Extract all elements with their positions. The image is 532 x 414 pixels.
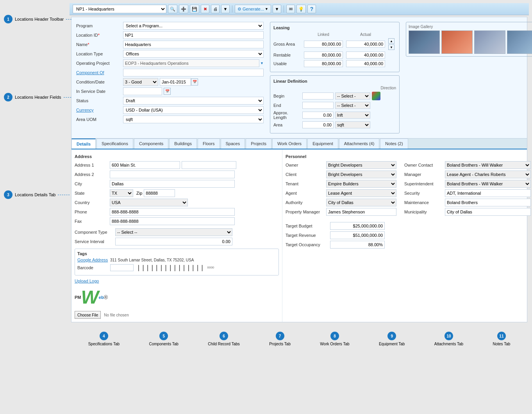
property-manager-input[interactable]: James Stephenson <box>326 208 396 216</box>
google-address-label[interactable]: Google Address <box>77 258 109 262</box>
delete-button[interactable]: ✖ <box>201 5 209 13</box>
gallery-image-4[interactable] <box>507 30 532 54</box>
annotation-7: 7 Projects Tab <box>269 332 291 346</box>
rentable-linked-input[interactable]: 80,000.00 <box>304 52 343 59</box>
address1-input[interactable]: 600 Main St. <box>110 161 180 169</box>
linear-begin-select[interactable]: -- Select - <box>335 92 370 100</box>
tab-attachments[interactable]: Attachments (4) <box>339 139 380 149</box>
in-service-input[interactable] <box>123 87 162 95</box>
phone-input[interactable]: 888-888-8888 <box>110 208 235 216</box>
help-button[interactable]: ? <box>307 5 316 13</box>
target-occupancy-input[interactable]: 88.00% <box>330 241 385 249</box>
currency-select[interactable]: USD - Dollar (USA) <box>123 106 264 114</box>
rentable-actual-input[interactable]: 40,000.00 <box>346 52 385 59</box>
area-uom-select[interactable]: sqft <box>123 115 264 123</box>
linear-approx-input[interactable]: 0.00 <box>302 112 334 119</box>
client-select[interactable]: Bright Developers <box>326 171 396 178</box>
owner-contact-select[interactable]: Boland Brothers - Will Walker <box>445 161 531 169</box>
print-dropdown-button[interactable]: ▼ <box>221 5 230 13</box>
tab-components[interactable]: Components <box>134 139 168 149</box>
currency-label[interactable]: Currency <box>76 108 123 112</box>
name-input[interactable]: Headquarters <box>123 41 264 48</box>
in-service-calendar-icon[interactable]: 📅 <box>164 88 171 95</box>
manager-select[interactable]: Lease Agent - Charles Roberts <box>445 171 531 178</box>
gallery-image-3[interactable] <box>474 30 505 54</box>
tab-notes[interactable]: Notes (2) <box>380 139 408 149</box>
linear-end-input[interactable] <box>302 102 334 109</box>
authority-select[interactable]: City of Dallas <box>326 199 396 206</box>
maintenance-input[interactable]: Boland Brothers <box>445 199 531 206</box>
location-select[interactable]: NP1 - Headquarters <box>73 5 166 13</box>
print-button[interactable]: 🖨 <box>211 5 220 13</box>
email-button[interactable]: ✉ <box>286 5 295 13</box>
gross-area-up-icon[interactable]: ▲ <box>388 38 395 44</box>
location-id-input[interactable]: NP1 <box>123 31 264 39</box>
add-button[interactable]: ➕ <box>179 5 188 13</box>
linear-begin-input[interactable] <box>302 92 334 100</box>
operating-project-dropdown[interactable]: ▼ <box>260 61 264 65</box>
tab-specifications[interactable]: Specifications <box>96 139 133 149</box>
security-input[interactable]: ADT, International <box>445 189 531 197</box>
usable-actual-input[interactable]: 40,000.00 <box>346 60 385 67</box>
fax-input[interactable]: 888-888-8888 <box>110 217 235 225</box>
target-budget-row: Target Budget $25,000,000.00 <box>286 222 531 230</box>
location-type-select[interactable]: Offices <box>123 50 264 58</box>
tab-work-orders[interactable]: Work Orders <box>272 139 307 149</box>
status-select[interactable]: Draft <box>123 97 264 105</box>
tab-spaces[interactable]: Spaces <box>221 139 245 149</box>
lightbulb-button[interactable]: 💡 <box>296 5 306 13</box>
superintendent-select[interactable]: Boland Brothers - Will Walker <box>445 180 531 188</box>
tab-projects[interactable]: Projects <box>246 139 271 149</box>
condition-select[interactable]: 3 - Good <box>123 78 158 86</box>
personnel-content: Owner Bright Developers Client Bri <box>286 161 531 217</box>
target-budget-input[interactable]: $25,000,000.00 <box>330 222 385 230</box>
state-select[interactable]: TX <box>110 189 133 197</box>
choose-file-button[interactable]: Choose File <box>75 311 101 319</box>
linear-area-input[interactable]: 0.00 <box>302 121 334 128</box>
service-interval-row: Service Interval 0.00 <box>75 238 279 245</box>
condition-date-input[interactable]: Jan-01-2015 <box>160 78 191 86</box>
gallery-image-2[interactable] <box>441 30 473 54</box>
address2-input[interactable] <box>110 171 235 178</box>
tab-details[interactable]: Details <box>71 139 96 149</box>
condition-date-calendar-icon[interactable]: 📅 <box>191 78 198 85</box>
component-of-label[interactable]: Component Of <box>76 70 123 75</box>
municipality-input[interactable]: City of Dallas <box>445 208 531 216</box>
tab-floors[interactable]: Floors <box>198 139 220 149</box>
service-interval-input[interactable]: 0.00 <box>115 238 232 245</box>
linear-approx-unit-select[interactable]: lnft <box>335 112 370 119</box>
tenant-select[interactable]: Empire Builders <box>326 180 396 188</box>
generate-dropdown-button[interactable]: ▼ <box>273 5 281 13</box>
tab-equipment[interactable]: Equipment <box>307 139 338 149</box>
usable-linked-input[interactable]: 80,000.00 <box>304 60 343 67</box>
barcode-input[interactable] <box>110 264 134 271</box>
component-of-input[interactable] <box>123 69 264 76</box>
city-row: City Dallas <box>75 180 279 188</box>
upload-logo-label[interactable]: Upload Logo <box>75 279 279 283</box>
save-button[interactable]: 💾 <box>190 5 199 13</box>
search-button[interactable]: 🔍 <box>168 5 177 13</box>
gallery-image-1[interactable] <box>409 30 440 54</box>
tags-section-header: Tags <box>77 251 276 256</box>
owner-select[interactable]: Bright Developers <box>326 161 396 169</box>
agent-select[interactable]: Lease Agent <box>326 189 396 197</box>
tab-buildings[interactable]: Buildings <box>169 139 197 149</box>
program-select[interactable]: Select a Program... <box>123 22 264 30</box>
zip-input[interactable]: 88888 <box>144 189 175 197</box>
target-revenue-input[interactable]: $51,000,000.00 <box>330 231 385 239</box>
map-icon[interactable] <box>372 92 380 100</box>
city-input[interactable]: Dallas <box>110 180 235 188</box>
address1-extra-input[interactable] <box>182 161 236 169</box>
municipality-row: Municipality City of Dallas <box>404 208 531 216</box>
leasing-gross-row: Gross Area 80,000.00 40,000.00 ▲ ▼ <box>273 38 396 50</box>
generate-button[interactable]: ⚙ Generate... ▼ <box>235 5 271 13</box>
country-select[interactable]: USA <box>110 199 188 206</box>
component-type-select[interactable]: -- Select -- <box>115 228 232 236</box>
linear-area-unit-select[interactable]: sqft <box>335 121 370 128</box>
linear-end-row: End -- Select - <box>273 102 396 109</box>
gross-area-linked-input[interactable]: 80,000.00 <box>304 41 343 48</box>
linear-end-select[interactable]: -- Select - <box>335 102 370 109</box>
gross-area-down-icon[interactable]: ▼ <box>388 44 395 50</box>
gross-area-actual-input[interactable]: 40,000.00 <box>346 41 385 48</box>
annotation-10: 10 Attachments Tab <box>434 332 463 346</box>
